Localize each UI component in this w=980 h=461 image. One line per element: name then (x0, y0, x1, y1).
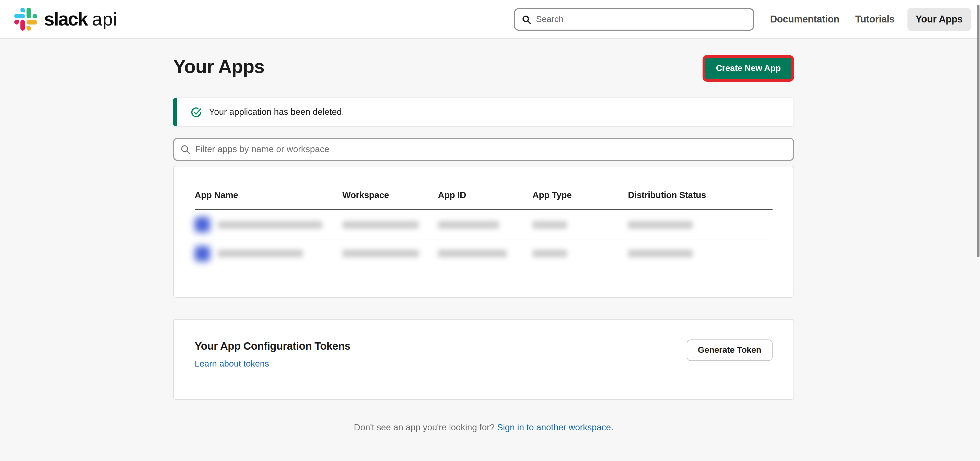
slack-logo-icon (14, 8, 37, 31)
column-app-id: App ID (438, 189, 532, 201)
redacted-app-id (438, 221, 499, 228)
filter-search-icon (180, 144, 191, 154)
logo-suffix-text: api (92, 8, 117, 30)
apps-table-card: App Name Workspace App ID App Type Distr… (173, 166, 794, 298)
nav-documentation[interactable]: Documentation (770, 14, 839, 25)
app-name-cell (195, 217, 342, 232)
column-distribution-status: Distribution Status (628, 189, 773, 201)
workspace-cell (342, 250, 438, 257)
table-row[interactable] (195, 239, 773, 268)
redacted-app-name (218, 221, 322, 228)
sign-in-another-workspace-link[interactable]: Sign in to another workspace (497, 422, 611, 432)
search-placeholder: Search (536, 14, 563, 24)
app-icon (195, 246, 210, 261)
footer-suffix: . (611, 422, 613, 432)
redacted-workspace (342, 221, 419, 228)
slack-api-logo[interactable]: slack api (14, 8, 117, 31)
redacted-app-type (532, 250, 567, 257)
redacted-app-id (438, 250, 507, 257)
footer-text: Don't see an app you're looking for? (354, 422, 497, 432)
success-banner: Your application has been deleted. (173, 98, 794, 127)
check-circle-icon (190, 106, 202, 118)
table-row[interactable] (195, 210, 773, 239)
app-name-cell (195, 246, 342, 261)
app-icon (195, 217, 210, 232)
nav-tutorials[interactable]: Tutorials (855, 14, 895, 25)
top-navigation-bar: slack api Search Documentation Tutorials… (0, 0, 980, 39)
status-cell (628, 221, 773, 228)
generate-token-button[interactable]: Generate Token (686, 339, 773, 361)
learn-about-tokens-link[interactable]: Learn about tokens (195, 359, 269, 369)
column-workspace: Workspace (342, 189, 438, 201)
page-title: Your Apps (173, 56, 794, 78)
apps-table-body (195, 210, 773, 268)
redacted-app-name (218, 250, 303, 257)
redacted-distribution-status (628, 250, 693, 257)
workspace-cell (342, 221, 438, 228)
create-new-app-button[interactable]: Create New App (705, 58, 791, 79)
search-icon (522, 14, 531, 24)
app-type-cell (532, 221, 628, 228)
vertical-scrollbar[interactable] (977, 5, 980, 257)
filter-apps-input[interactable]: Filter apps by name or workspace (173, 138, 794, 161)
logo-brand-text: slack (44, 8, 88, 30)
config-tokens-title: Your App Configuration Tokens (195, 340, 773, 352)
main-content: Your Apps Create New App Your applicatio… (173, 39, 794, 433)
filter-placeholder: Filter apps by name or workspace (195, 144, 329, 155)
column-app-name: App Name (195, 189, 342, 201)
header-nav: Documentation Tutorials Your Apps (770, 0, 971, 39)
status-cell (628, 250, 773, 257)
app-type-cell (532, 250, 628, 257)
redacted-workspace (342, 250, 419, 257)
column-app-type: App Type (532, 189, 628, 201)
config-tokens-card: Your App Configuration Tokens Learn abou… (173, 319, 794, 400)
banner-message: Your application has been deleted. (209, 107, 344, 117)
apps-table-header: App Name Workspace App ID App Type Distr… (195, 189, 773, 210)
page: slack api Search Documentation Tutorials… (0, 0, 980, 461)
global-search-input[interactable]: Search (514, 8, 754, 31)
nav-your-apps[interactable]: Your Apps (907, 8, 971, 31)
title-row: Your Apps Create New App (173, 39, 794, 86)
redacted-distribution-status (628, 221, 693, 228)
redacted-app-type (532, 221, 567, 228)
page-footer: Don't see an app you're looking for? Sig… (173, 422, 794, 433)
app-id-cell (438, 250, 532, 257)
app-id-cell (438, 221, 532, 228)
